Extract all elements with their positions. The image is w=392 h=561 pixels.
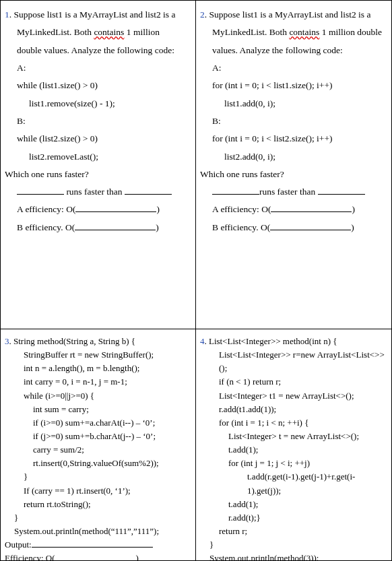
blank-input[interactable] bbox=[318, 187, 365, 195]
q1-intro: 1. Suppose list1 is a MyArrayList and li… bbox=[5, 6, 191, 24]
q4-l7: t.add(1); bbox=[200, 443, 387, 457]
q2-code-b2: list2.add(0, i); bbox=[200, 148, 387, 166]
blank-input[interactable] bbox=[212, 187, 259, 195]
q2-number: 2 bbox=[200, 9, 205, 20]
q2-which: Which one runs faster? bbox=[200, 166, 387, 183]
question-4-cell: 4. List<List<Integer>> method(int n) { L… bbox=[196, 329, 392, 561]
q4-l2: if (n < 1) return r; bbox=[200, 375, 387, 389]
q1-code-a1: while (list1.size() > 0) bbox=[5, 77, 191, 94]
q3-l11: If (carry == 1) rt.insert(0, ‘1’); bbox=[5, 484, 191, 498]
q3-l1: StringBuffer rt = new StringBuffer(); bbox=[5, 348, 191, 362]
question-3-cell: 3. String method(String a, String b) { S… bbox=[0, 329, 196, 561]
q4-l8: for (int j = 1; j < i; ++j) bbox=[200, 457, 387, 470]
q4-l10: t.add(1); bbox=[200, 498, 387, 511]
q4-call: System.out.println(method(3)); bbox=[200, 552, 387, 561]
q3-output: Output: bbox=[5, 538, 191, 552]
q1-label-b: B: bbox=[5, 112, 191, 130]
q2-label-b: B: bbox=[200, 112, 387, 130]
q1-eff-a: A efficiency: O() bbox=[5, 201, 191, 218]
q3-l3: int carry = 0, i = n-1, j = m-1; bbox=[5, 375, 191, 389]
q4-l6: List<Integer> t = new ArrayList<>(); bbox=[200, 430, 387, 443]
q3-l2: int n = a.length(), m = b.length(); bbox=[5, 362, 191, 375]
q3-l4: while (i>=0||j>=0) { bbox=[5, 389, 191, 403]
q2-faster-blank: runs faster than bbox=[200, 183, 387, 201]
q4-head: 4. List<List<Integer>> method(int n) { bbox=[200, 335, 387, 348]
q4-l1: List<List<Integer>> r=new ArrayList<List… bbox=[200, 348, 387, 375]
q1-intro-line2: MyLinkedList. Both contains 1 million bbox=[5, 24, 191, 41]
q1-faster-blank: runs faster than bbox=[5, 183, 191, 201]
q2-eff-b: B efficiency. O() bbox=[200, 219, 387, 236]
q4-l4: r.add(t1.add(1)); bbox=[200, 403, 387, 416]
q4-l9: t.add(r.get(i-1).get(j-1)+r.get(i-1).get… bbox=[200, 470, 387, 497]
q2-intro-line2: MyLinkedList. Both contains 1 million do… bbox=[200, 24, 387, 41]
q2-code-a2: list1.add(0, i); bbox=[200, 95, 387, 112]
q2-code-a1: for (int i = 0; i < list1.size(); i++) bbox=[200, 77, 387, 94]
question-1-cell: 1. Suppose list1 is a MyArrayList and li… bbox=[0, 0, 196, 329]
q4-l3: List<Integer> t1 = new ArrayList<>(); bbox=[200, 389, 387, 403]
q1-intro-line3: double values. Analyze the following cod… bbox=[5, 42, 191, 59]
q4-l13: } bbox=[200, 538, 387, 552]
q2-eff-a: A efficiency: O() bbox=[200, 201, 387, 218]
blank-input[interactable] bbox=[270, 222, 351, 230]
q4-l12: return r; bbox=[200, 525, 387, 538]
q3-l13: } bbox=[5, 511, 191, 525]
q1-code-a2: list1.remove(size() - 1); bbox=[5, 95, 191, 112]
q2-label-a: A: bbox=[200, 59, 387, 77]
q3-efficiency: Efficiency: O() bbox=[5, 552, 191, 561]
q1-code-b1: while (list2.size() > 0) bbox=[5, 130, 191, 147]
blank-input[interactable] bbox=[75, 222, 156, 230]
blank-input[interactable] bbox=[17, 187, 64, 195]
q3-l8: carry = sum/2; bbox=[5, 443, 191, 457]
blank-input[interactable] bbox=[125, 187, 172, 195]
q4-l5: for (int i = 1; i < n; ++i) { bbox=[200, 416, 387, 430]
q3-l9: rt.insert(0,String.valueOf(sum%2)); bbox=[5, 457, 191, 470]
q1-label-a: A: bbox=[5, 59, 191, 77]
q3-l7: if (j>=0) sum+=b.charAt(j--) – ‘0’; bbox=[5, 430, 191, 443]
blank-input[interactable] bbox=[271, 204, 352, 212]
q3-head: 3. String method(String a, String b) { bbox=[5, 335, 191, 348]
blank-input[interactable] bbox=[32, 539, 153, 548]
q3-l10: } bbox=[5, 470, 191, 484]
q2-intro: 2. Suppose list1 is a MyArrayList and li… bbox=[200, 6, 387, 24]
q2-code-b1: for (int i = 0; i < list2.size(); i++) bbox=[200, 130, 387, 147]
q1-which: Which one runs faster? bbox=[5, 166, 191, 183]
q2-intro-line3: values. Analyze the following code: bbox=[200, 42, 387, 59]
question-2-cell: 2. Suppose list1 is a MyArrayList and li… bbox=[196, 0, 392, 329]
q1-eff-b: B efficiency. O() bbox=[5, 219, 191, 236]
spellcheck-underline: contains bbox=[94, 27, 124, 37]
q3-l5: int sum = carry; bbox=[5, 403, 191, 416]
q1-number: 1 bbox=[5, 9, 9, 20]
blank-input[interactable] bbox=[55, 554, 135, 561]
q3-l12: return rt.toString(); bbox=[5, 498, 191, 511]
q3-call: System.out.println(method(“111”,”111”); bbox=[5, 525, 191, 538]
q1-code-b2: list2.removeLast(); bbox=[5, 148, 191, 166]
q4-l11: r.add(t);} bbox=[200, 511, 387, 525]
q3-l6: if (i>=0) sum+=a.charAt(i--) – ‘0’; bbox=[5, 416, 191, 430]
spellcheck-underline: contains bbox=[289, 27, 319, 37]
blank-input[interactable] bbox=[75, 204, 156, 212]
